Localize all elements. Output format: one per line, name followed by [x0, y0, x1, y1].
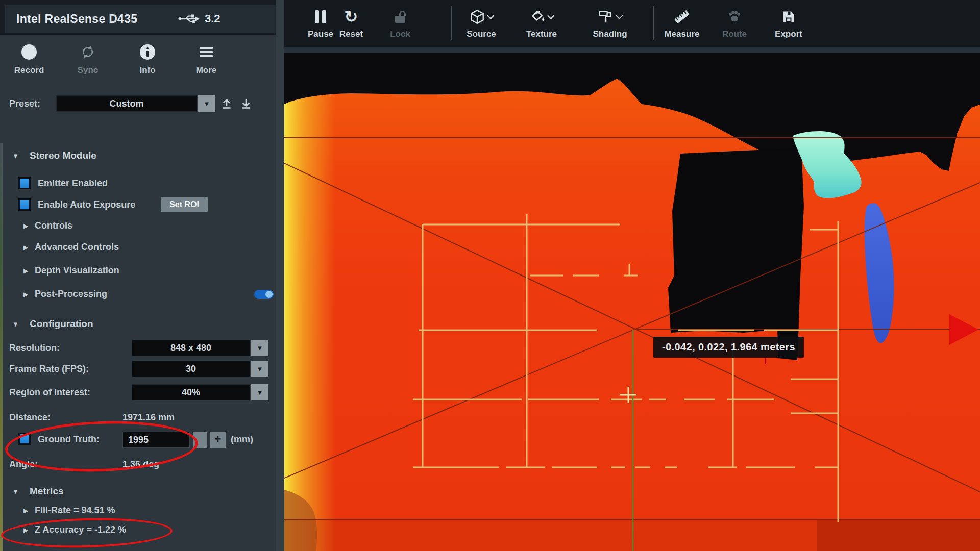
chevron-down-icon: [547, 12, 554, 19]
depth-3d-viewport[interactable]: -0.042, 0.022, 1.964 meters: [284, 53, 980, 551]
emitter-checkbox[interactable]: [18, 177, 31, 189]
post-processing-toggle[interactable]: [254, 290, 274, 299]
ground-truth-label: Ground Truth:: [38, 434, 100, 445]
tree-item-advanced-controls[interactable]: ▶ Advanced Controls: [0, 242, 219, 255]
reset-button[interactable]: ↻ Reset: [327, 5, 376, 39]
collapse-triangle-icon: ▼: [12, 152, 19, 160]
device-header[interactable]: Intel RealSense D435 3.2: [5, 5, 276, 33]
resolution-select[interactable]: 848 x 480: [132, 340, 250, 356]
section-metrics[interactable]: ▼ Metrics: [0, 486, 276, 499]
upload-icon: [220, 97, 233, 110]
toolbar-separator: [451, 6, 452, 40]
route-button: Route: [710, 5, 759, 39]
roi-label: Region of Interest:: [9, 387, 90, 398]
upload-preset-button[interactable]: [220, 97, 233, 110]
paw-icon: [726, 9, 743, 25]
emitter-label: Emitter Enabled: [38, 178, 108, 189]
preset-dropdown-arrow-icon[interactable]: ▼: [198, 95, 215, 112]
paint-bucket-icon: [529, 9, 546, 25]
metric-fill-rate[interactable]: ▶ Fill-Rate = 94.51 %: [0, 505, 219, 518]
expand-triangle-icon: ▶: [23, 507, 28, 514]
panel-edge-strip: [0, 143, 3, 551]
paint-roller-icon: [598, 9, 614, 25]
resolution-dropdown-arrow-icon[interactable]: ▼: [251, 340, 268, 356]
sync-button: Sync: [62, 39, 113, 76]
roi-dropdown-arrow-icon[interactable]: ▼: [251, 384, 268, 400]
download-icon: [240, 97, 252, 110]
resolution-label: Resolution:: [9, 343, 60, 354]
sidebar-scrollbar[interactable]: [276, 0, 284, 551]
ground-truth-spinner[interactable]: [193, 432, 207, 448]
set-roi-button[interactable]: Set ROI: [161, 197, 208, 212]
expand-triangle-icon: ▶: [23, 222, 28, 230]
cube-icon: [469, 9, 485, 25]
record-button[interactable]: Record: [4, 39, 55, 76]
framerate-label: Frame Rate (FPS):: [9, 364, 89, 374]
texture-button[interactable]: Texture: [517, 5, 566, 39]
expand-triangle-icon: ▶: [23, 267, 28, 274]
section-stereo-module[interactable]: ▼ Stereo Module: [0, 150, 276, 163]
viewport-toolbar: Pause ↻ Reset Lock Source Texture: [284, 0, 980, 53]
ground-truth-unit: (mm): [231, 434, 253, 445]
collapse-triangle-icon: ▼: [12, 488, 19, 495]
collapse-triangle-icon: ▼: [12, 320, 19, 328]
section-configuration[interactable]: ▼ Configuration: [0, 318, 276, 332]
tree-item-post-processing[interactable]: ▶ Post-Processing: [0, 289, 219, 302]
sync-icon: [80, 44, 95, 60]
measurement-tooltip: -0.042, 0.022, 1.964 meters: [653, 337, 804, 358]
ground-truth-checkbox[interactable]: [18, 433, 31, 445]
more-button[interactable]: More: [181, 39, 232, 76]
hamburger-icon: [200, 47, 213, 57]
framerate-dropdown-arrow-icon[interactable]: ▼: [251, 361, 268, 377]
usb-icon: [178, 12, 201, 26]
preset-select[interactable]: Custom: [56, 95, 197, 112]
angle-label: Angle:: [9, 459, 38, 470]
framerate-select[interactable]: 30: [132, 361, 250, 377]
ground-truth-plus-button[interactable]: +: [210, 432, 226, 448]
auto-exposure-label: Enable Auto Exposure: [38, 199, 135, 210]
distance-label: Distance:: [9, 412, 51, 423]
chevron-down-icon: [487, 12, 494, 19]
distance-value: 1971.16 mm: [122, 412, 175, 423]
usb-version: 3.2: [205, 12, 220, 26]
auto-exposure-checkbox[interactable]: [18, 198, 31, 211]
toolbar-separator: [653, 6, 654, 40]
source-button[interactable]: Source: [457, 5, 506, 39]
export-button[interactable]: Export: [764, 5, 813, 39]
expand-triangle-icon: ▶: [23, 244, 28, 251]
pause-icon: [315, 10, 326, 23]
record-icon: [21, 44, 37, 60]
lock-icon: [395, 11, 405, 23]
info-icon: [140, 44, 155, 60]
angle-value: 1.36 deg: [122, 459, 159, 470]
tree-item-controls[interactable]: ▶ Controls: [0, 220, 219, 234]
depth-map-render: [284, 53, 980, 551]
measure-button[interactable]: Measure: [657, 5, 706, 39]
chevron-down-icon: [616, 12, 623, 19]
device-panel: Intel RealSense D435 3.2 Record: [0, 0, 276, 551]
ground-truth-input[interactable]: [122, 432, 190, 448]
expand-triangle-icon: ▶: [23, 291, 28, 298]
ruler-icon: [673, 8, 691, 26]
preset-label: Preset:: [9, 95, 40, 112]
download-preset-button[interactable]: [240, 97, 252, 110]
info-button[interactable]: Info: [122, 39, 173, 76]
roi-select[interactable]: 40%: [132, 384, 250, 400]
shading-button[interactable]: Shading: [585, 5, 634, 39]
reset-icon: ↻: [345, 7, 358, 27]
metric-z-accuracy[interactable]: ▶ Z Accuracy = -1.22 %: [0, 524, 219, 538]
save-icon: [781, 9, 796, 24]
preset-row: Preset: Custom ▼: [0, 95, 276, 112]
tree-item-depth-visualization[interactable]: ▶ Depth Visualization: [0, 265, 219, 279]
lock-button: Lock: [376, 5, 425, 39]
expand-triangle-icon: ▶: [23, 527, 28, 534]
device-title: Intel RealSense D435: [16, 12, 137, 26]
